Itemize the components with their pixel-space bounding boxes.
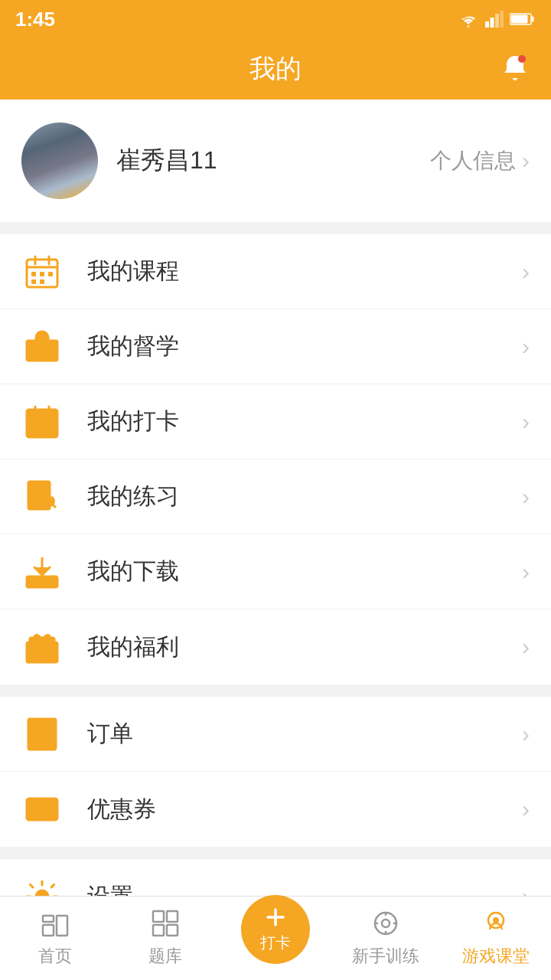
nav-item-beginner-training[interactable]: 新手训练 [331, 906, 441, 971]
status-time: 1:45 [15, 8, 55, 31]
menu-label-my-course: 我的课程 [87, 256, 179, 287]
svg-rect-43 [43, 916, 54, 922]
chevron-coupon: › [522, 796, 530, 822]
svg-rect-5 [532, 17, 534, 22]
battery-icon [510, 12, 536, 26]
svg-rect-1 [491, 18, 494, 28]
bottom-nav: 首页 题库 打卡 [0, 896, 551, 980]
chevron-right-icon: › [522, 148, 530, 174]
wifi-icon [458, 11, 479, 28]
menu-item-my-practice[interactable]: 我的练习 › [0, 459, 551, 534]
chevron-my-practice: › [522, 484, 530, 510]
svg-rect-14 [48, 272, 53, 276]
practice-icon [21, 476, 63, 518]
svg-rect-12 [31, 272, 36, 276]
menu-item-my-download[interactable]: 我的下载 › [0, 534, 551, 609]
svg-point-18 [38, 347, 46, 354]
header: 我的 [0, 38, 551, 100]
page-title: 我的 [249, 51, 302, 87]
nav-label-checkin: 打卡 [260, 933, 291, 953]
svg-rect-15 [31, 279, 36, 284]
page-content: 崔秀昌11 个人信息 › [0, 100, 551, 980]
profile-section: 崔秀昌11 个人信息 › [0, 100, 551, 222]
bell-icon [500, 53, 530, 82]
personal-info-label: 个人信息 [430, 146, 516, 175]
svg-rect-33 [30, 638, 54, 644]
svg-rect-49 [167, 925, 178, 936]
svg-rect-6 [511, 15, 528, 24]
menu-item-my-welfare[interactable]: 我的福利 › [0, 609, 551, 684]
avatar-image [21, 122, 98, 199]
svg-rect-47 [167, 911, 178, 922]
username: 崔秀昌11 [116, 144, 217, 178]
menu-label-my-checkin: 我的打卡 [87, 406, 179, 437]
checkin-center-button[interactable]: 打卡 [241, 895, 310, 964]
svg-rect-16 [40, 279, 44, 284]
menu-item-orders[interactable]: 订单 › [0, 697, 551, 772]
menu-label-my-supervision: 我的督学 [87, 331, 179, 362]
menu-item-my-checkin[interactable]: 我的打卡 › [0, 384, 551, 459]
nav-item-question-bank[interactable]: 题库 [110, 906, 220, 971]
chevron-orders: › [522, 721, 530, 747]
svg-rect-20 [27, 410, 57, 437]
svg-rect-45 [57, 916, 67, 936]
menu-item-my-course[interactable]: 我的课程 › [0, 234, 551, 309]
svg-rect-28 [27, 577, 57, 587]
plus-icon [263, 905, 288, 929]
svg-point-53 [382, 920, 390, 927]
nav-item-game-classroom[interactable]: 游戏课堂 [441, 906, 551, 971]
game-classroom-icon [479, 906, 513, 940]
svg-rect-2 [495, 14, 499, 28]
signal-icon [485, 11, 504, 28]
chevron-my-checkin: › [522, 409, 530, 435]
svg-rect-46 [153, 911, 164, 922]
status-icons [458, 11, 536, 28]
beginner-training-icon [369, 906, 403, 940]
personal-info-button[interactable]: 个人信息 › [430, 146, 530, 175]
menu-label-my-practice: 我的练习 [87, 481, 179, 512]
menu-item-coupon[interactable]: ¥ 优惠券 › [0, 772, 551, 847]
nav-label-question-bank: 题库 [148, 945, 182, 968]
chevron-my-supervision: › [522, 334, 530, 360]
menu-group-2: 订单 › ¥ 优惠券 › [0, 697, 551, 847]
chevron-my-download: › [522, 559, 530, 585]
nav-item-home[interactable]: 首页 [0, 906, 110, 971]
calendar-icon [21, 251, 63, 292]
gift-icon [21, 626, 63, 668]
svg-rect-48 [153, 925, 164, 936]
menu-label-coupon: 优惠券 [87, 794, 156, 825]
svg-rect-3 [500, 11, 504, 28]
notification-bell-button[interactable] [500, 53, 530, 85]
avatar [21, 122, 98, 199]
order-icon [21, 714, 63, 755]
menu-label-orders: 订单 [87, 718, 133, 750]
status-bar: 1:45 [0, 0, 551, 38]
nav-label-home: 首页 [38, 945, 72, 968]
svg-point-7 [518, 55, 526, 63]
profile-left: 崔秀昌11 [21, 122, 217, 199]
supervision-icon [21, 326, 63, 368]
chevron-my-welfare: › [522, 634, 530, 660]
home-icon [38, 906, 72, 940]
svg-rect-0 [485, 21, 489, 28]
svg-point-52 [375, 913, 396, 934]
svg-rect-13 [40, 272, 44, 276]
nav-label-game-classroom: 游戏课堂 [462, 945, 530, 968]
svg-point-59 [493, 917, 499, 923]
chevron-my-course: › [522, 259, 530, 285]
question-bank-icon [148, 906, 182, 940]
menu-item-my-supervision[interactable]: 我的督学 › [0, 309, 551, 384]
nav-label-beginner-training: 新手训练 [352, 945, 419, 968]
download-icon [21, 551, 63, 593]
svg-text:¥: ¥ [31, 805, 37, 815]
coupon-icon: ¥ [21, 789, 63, 830]
menu-label-my-download: 我的下载 [87, 556, 179, 587]
checkin-icon [21, 401, 63, 443]
menu-group-1: 我的课程 › 我的督学 › [0, 234, 551, 684]
svg-rect-44 [43, 925, 54, 936]
menu-label-my-welfare: 我的福利 [87, 632, 179, 663]
nav-item-checkin[interactable]: 打卡 [220, 910, 331, 967]
